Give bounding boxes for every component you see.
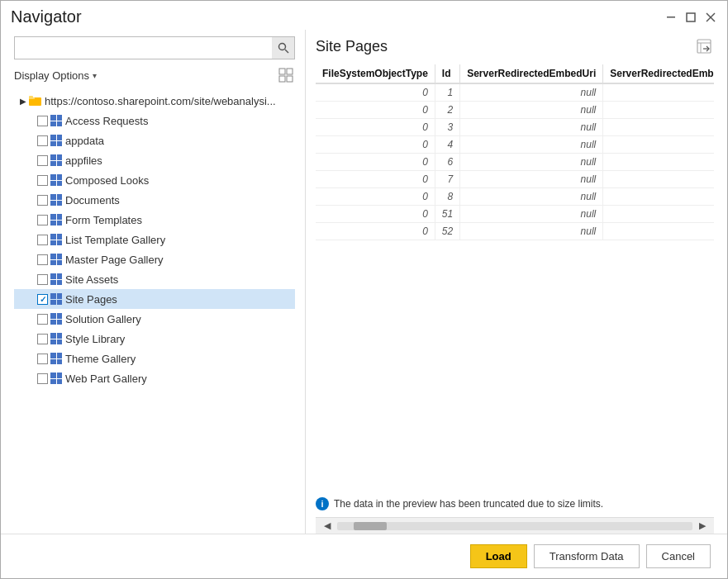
tree-item-label: Documents xyxy=(65,194,120,206)
tree-item[interactable]: Master Page Gallery xyxy=(14,249,295,269)
horizontal-scrollbar[interactable]: ◀ ▶ xyxy=(316,517,714,534)
tree-item-label: Form Templates xyxy=(65,214,142,226)
scroll-thumb[interactable] xyxy=(354,522,387,530)
tree-item-label: Access Requests xyxy=(65,115,148,127)
search-box-wrapper xyxy=(14,36,295,59)
tree-item-checkbox[interactable] xyxy=(37,334,48,344)
right-panel-title: Site Pages xyxy=(316,38,388,55)
cell-server-uri: null xyxy=(460,206,603,223)
tree-item[interactable]: List Template Gallery xyxy=(14,230,295,249)
truncated-notice: i The data in the preview has been trunc… xyxy=(316,491,714,517)
cell-id: 3 xyxy=(435,119,459,136)
svg-rect-8 xyxy=(279,76,285,82)
transform-data-button[interactable]: Transform Data xyxy=(534,544,640,568)
load-button[interactable]: Load xyxy=(470,544,527,568)
scroll-right-button[interactable]: ▶ xyxy=(694,520,711,533)
tree-item[interactable]: Web Part Gallery xyxy=(14,368,295,388)
tree-item-checkbox[interactable] xyxy=(37,274,48,285)
select-all-button[interactable] xyxy=(277,66,295,84)
table-header-row: FileSystemObjectType Id ServerRedirected… xyxy=(316,64,714,83)
cell-server-embed xyxy=(603,102,714,119)
search-input[interactable] xyxy=(14,36,295,59)
tree-item-checkbox[interactable] xyxy=(37,373,48,384)
data-table-wrapper[interactable]: FileSystemObjectType Id ServerRedirected… xyxy=(316,64,714,491)
table-row: 07null xyxy=(316,171,714,188)
list-icon xyxy=(50,333,62,344)
dropdown-arrow-icon: ▾ xyxy=(93,71,97,80)
cell-filesystem: 0 xyxy=(316,206,435,223)
cell-server-uri: null xyxy=(460,119,603,136)
tree-item[interactable]: ✓Site Pages xyxy=(14,289,295,309)
tree-item[interactable]: Access Requests xyxy=(14,111,295,131)
tree-item[interactable]: Composed Looks xyxy=(14,170,295,190)
col-server-embed: ServerRedirectedEmbed xyxy=(603,64,714,83)
table-row: 051null xyxy=(316,206,714,223)
display-options-button[interactable]: Display Options ▾ xyxy=(14,68,97,83)
tree-item-checkbox[interactable] xyxy=(37,155,48,166)
tree-item[interactable]: Theme Gallery xyxy=(14,349,295,368)
tree-item-checkbox[interactable]: ✓ xyxy=(37,294,48,305)
tree-item-label: Solution Gallery xyxy=(65,313,141,325)
tree-item[interactable]: Style Library xyxy=(14,329,295,349)
svg-rect-1 xyxy=(687,13,695,21)
list-icon xyxy=(50,174,62,186)
tree-item[interactable]: appdata xyxy=(14,131,295,150)
tree-item-checkbox[interactable] xyxy=(37,175,48,186)
right-panel: Site Pages FileSystemObjec xyxy=(316,30,714,534)
tree-item-checkbox[interactable] xyxy=(37,254,48,265)
data-table: FileSystemObjectType Id ServerRedirected… xyxy=(316,64,714,240)
cell-server-uri: null xyxy=(460,83,603,102)
tree-root: ▶ https://contoso.sharepoint.com/site/we… xyxy=(14,91,295,388)
cell-server-uri: null xyxy=(460,136,603,154)
tree-area[interactable]: ▶ https://contoso.sharepoint.com/site/we… xyxy=(14,91,295,534)
cell-id: 2 xyxy=(435,102,459,119)
search-button[interactable] xyxy=(272,36,295,59)
col-filesystem: FileSystemObjectType xyxy=(316,64,435,83)
tree-item-checkbox[interactable] xyxy=(37,314,48,325)
svg-rect-13 xyxy=(697,40,711,53)
svg-point-4 xyxy=(278,44,285,50)
tree-item[interactable]: Site Assets xyxy=(14,269,295,289)
cell-server-embed xyxy=(603,206,714,223)
dialog-title: Navigator xyxy=(11,7,82,26)
tree-item-checkbox[interactable] xyxy=(37,195,48,206)
tree-item-checkbox[interactable] xyxy=(37,135,48,146)
cell-filesystem: 0 xyxy=(316,154,435,171)
maximize-button[interactable] xyxy=(684,11,697,24)
cell-filesystem: 0 xyxy=(316,188,435,206)
folder-icon xyxy=(29,95,42,107)
list-icon xyxy=(50,234,62,245)
col-server-uri: ServerRedirectedEmbedUri xyxy=(460,64,603,83)
tree-item-checkbox[interactable] xyxy=(37,215,48,225)
tree-item[interactable]: Solution Gallery xyxy=(14,309,295,329)
tree-item-checkbox[interactable] xyxy=(37,354,48,364)
table-export-button[interactable] xyxy=(694,36,714,56)
tree-root-item[interactable]: ▶ https://contoso.sharepoint.com/site/we… xyxy=(14,91,295,111)
cell-filesystem: 0 xyxy=(316,119,435,136)
cell-filesystem: 0 xyxy=(316,223,435,240)
tree-item-checkbox[interactable] xyxy=(37,116,48,126)
scroll-track[interactable] xyxy=(337,522,692,530)
cell-server-embed xyxy=(603,223,714,240)
tree-children: Access RequestsappdataappfilesComposed L… xyxy=(14,111,295,388)
close-button[interactable] xyxy=(704,11,717,24)
list-icon xyxy=(50,154,62,166)
cell-server-uri: null xyxy=(460,102,603,119)
root-url-label: https://contoso.sharepoint.com/site/weba… xyxy=(45,95,276,107)
tree-item[interactable]: Form Templates xyxy=(14,210,295,230)
list-icon xyxy=(50,254,62,265)
tree-item-checkbox[interactable] xyxy=(37,235,48,245)
table-row: 06null xyxy=(316,154,714,171)
tree-item-label: Site Assets xyxy=(65,273,118,286)
minimize-button[interactable] xyxy=(664,11,678,24)
cancel-button[interactable]: Cancel xyxy=(646,544,711,568)
tree-item-label: Composed Looks xyxy=(65,174,149,187)
table-header: FileSystemObjectType Id ServerRedirected… xyxy=(316,64,714,83)
table-row: 052null xyxy=(316,223,714,240)
cell-server-embed xyxy=(603,154,714,171)
tree-item[interactable]: appfiles xyxy=(14,150,295,170)
cell-server-embed xyxy=(603,83,714,102)
list-icon xyxy=(50,353,62,364)
scroll-left-button[interactable]: ◀ xyxy=(319,520,335,533)
tree-item[interactable]: Documents xyxy=(14,190,295,210)
